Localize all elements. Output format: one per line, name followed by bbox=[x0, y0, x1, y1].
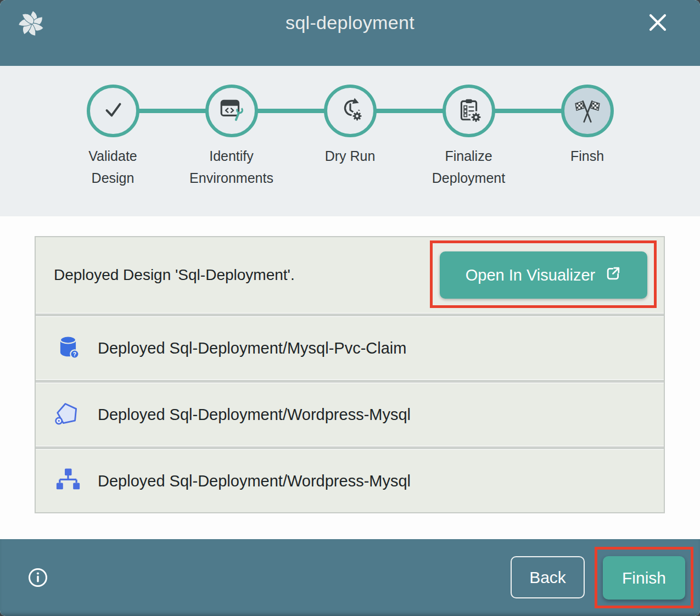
open-in-visualizer-label: Open In Visualizer bbox=[466, 266, 595, 284]
meshery-logo bbox=[15, 8, 47, 40]
info-icon[interactable] bbox=[27, 567, 48, 588]
database-icon: ? bbox=[54, 333, 82, 363]
step-label: Validate Design bbox=[68, 145, 158, 189]
row-divider bbox=[36, 313, 664, 317]
open-in-visualizer-button[interactable]: Open In Visualizer bbox=[440, 251, 647, 299]
result-text: Deployed Sql-Deployment/Mysql-Pvc-Claim bbox=[98, 339, 406, 357]
step-circle bbox=[324, 85, 377, 137]
dry-run-history-gear-icon bbox=[337, 97, 363, 125]
step-label: Finalize Deployment bbox=[424, 145, 514, 189]
step-circle-active bbox=[561, 85, 614, 137]
step-dry-run[interactable]: Dry Run bbox=[291, 66, 410, 189]
step-label: Finsh bbox=[542, 145, 632, 167]
step-label: Identify Environments bbox=[187, 145, 277, 189]
row-divider bbox=[36, 446, 664, 450]
check-icon bbox=[100, 97, 126, 125]
dialog-footer: Back Finish bbox=[0, 539, 700, 616]
result-row-wordpress-mysql: Deployed Sql-Deployment/Wordpress-Mysql bbox=[36, 383, 664, 446]
step-circle bbox=[87, 85, 139, 137]
component-pentagon-icon bbox=[54, 399, 82, 430]
dialog-title: sql-deployment bbox=[0, 0, 700, 33]
step-identify-environments[interactable]: Identify Environments bbox=[172, 66, 291, 189]
row-divider bbox=[36, 379, 664, 383]
step-finish[interactable]: Finsh bbox=[528, 66, 647, 189]
step-circle bbox=[443, 85, 495, 137]
deployment-hierarchy-icon bbox=[54, 466, 82, 496]
back-button[interactable]: Back bbox=[511, 556, 585, 598]
wizard-stepper: Validate Design Identify Environment bbox=[0, 66, 700, 216]
result-text: Deployed Sql-Deployment/Wordpress-Mysql bbox=[98, 472, 411, 490]
clipboard-gear-icon bbox=[456, 97, 482, 125]
step-validate-design[interactable]: Validate Design bbox=[54, 66, 172, 189]
deployment-results-list: Deployed Design 'Sql-Deployment'. Open I… bbox=[35, 236, 665, 513]
external-link-icon bbox=[605, 265, 621, 285]
deployment-wizard-dialog: sql-deployment Validate Design bbox=[0, 0, 700, 616]
result-row-pvc: ? Deployed Sql-Deployment/Mysql-Pvc-Clai… bbox=[36, 317, 664, 379]
close-icon[interactable] bbox=[647, 12, 668, 33]
step-label: Dry Run bbox=[305, 145, 395, 167]
result-text: Deployed Sql-Deployment/Wordpress-Mysql bbox=[98, 406, 411, 424]
code-window-wrench-icon bbox=[219, 97, 245, 125]
summary-message: Deployed Design 'Sql-Deployment'. bbox=[54, 266, 295, 284]
svg-text:?: ? bbox=[73, 351, 76, 357]
finish-button[interactable]: Finish bbox=[603, 556, 685, 600]
dialog-header: sql-deployment bbox=[0, 0, 700, 66]
results-panel: Deployed Design 'Sql-Deployment'. Open I… bbox=[0, 216, 700, 539]
result-row-wordpress-mysql-2: Deployed Sql-Deployment/Wordpress-Mysql bbox=[36, 450, 664, 512]
step-finalize-deployment[interactable]: Finalize Deployment bbox=[410, 66, 528, 189]
step-circle bbox=[205, 85, 258, 137]
checkered-flags-icon bbox=[574, 97, 601, 125]
summary-row: Deployed Design 'Sql-Deployment'. Open I… bbox=[36, 237, 664, 313]
